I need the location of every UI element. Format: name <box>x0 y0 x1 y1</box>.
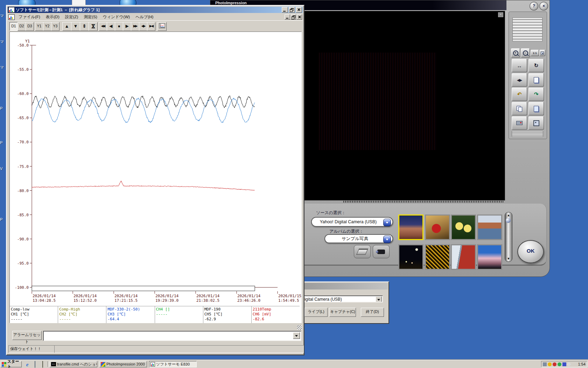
desktop-icon-fragment[interactable]: P <box>0 217 2 222</box>
compress-horizontal-button[interactable]: ▶◀ <box>147 22 155 31</box>
expand-vertical-button[interactable]: ⇕ <box>80 22 89 31</box>
task-photoimpression[interactable]: PhotoImpression 2000 <box>99 361 147 367</box>
menu-help[interactable]: ヘルプ(H) <box>133 14 156 20</box>
toolbar-y2[interactable]: Y2 <box>43 22 51 31</box>
scroll-up-icon[interactable]: ▲ <box>505 213 512 217</box>
tray-ime-icon[interactable] <box>543 362 547 366</box>
task-transfile[interactable]: C:\ transfile.cmd へのショート... <box>50 361 97 367</box>
album-select-dropdown[interactable]: サンプル写真 <box>324 234 393 243</box>
titlebar[interactable]: ソフトサーモ計測－計測1 － [折れ線グラフ 1] <box>8 7 303 13</box>
desktop-icon-fragment[interactable]: マ <box>0 13 4 19</box>
thumbnail[interactable] <box>477 214 502 240</box>
menu-file[interactable]: ファイル(F) <box>16 14 43 20</box>
capture-button[interactable]: キャプチャ(C) <box>329 308 356 317</box>
paste-button[interactable] <box>528 102 544 115</box>
scrollbar-thumb[interactable] <box>506 218 511 223</box>
graph-setup-button[interactable] <box>158 22 167 31</box>
zoom-in-button[interactable]: + <box>511 48 520 57</box>
minimize-button[interactable] <box>282 7 288 13</box>
desktop-icon-fragment[interactable]: P <box>0 141 2 145</box>
live-button[interactable]: ライブ(L) <box>304 308 328 317</box>
desktop-icon-fragment[interactable]: マ <box>0 65 4 70</box>
acquire-camera-button[interactable] <box>373 245 390 258</box>
step-back-button[interactable]: ◀ <box>107 22 115 31</box>
menu-settings[interactable]: 設定(Z) <box>62 14 81 20</box>
ok-button[interactable]: OK <box>517 240 544 263</box>
toolbar-y1[interactable]: Y1 <box>35 22 43 31</box>
close-button[interactable] <box>296 7 302 13</box>
flip-button[interactable]: ◀▶ <box>512 73 527 87</box>
thumbnail[interactable] <box>451 244 476 270</box>
exit-button[interactable]: 終了(D) <box>361 308 384 317</box>
scroll-down-button[interactable]: ▼ <box>71 22 80 31</box>
task-softthermo-active[interactable]: ソフトサーモ E830 <box>149 361 197 367</box>
tray-alert-icon[interactable] <box>553 362 556 366</box>
toolbar-d3[interactable]: D3 <box>26 22 34 31</box>
resize-button[interactable]: ↔ <box>512 59 527 72</box>
print-button[interactable] <box>512 116 527 130</box>
tray-network-icon[interactable] <box>558 362 561 366</box>
alarm-reset-button[interactable]: アラームリセット <box>12 331 42 340</box>
actual-size-button[interactable]: 1:1 <box>531 50 539 56</box>
new-page-button[interactable] <box>528 73 544 87</box>
chevron-down-icon[interactable] <box>383 236 391 243</box>
chevron-down-icon[interactable] <box>376 297 382 302</box>
preview-close-icon[interactable]: × <box>498 12 503 17</box>
chevron-down-icon[interactable] <box>383 219 391 226</box>
mdi-close-button[interactable] <box>296 14 302 20</box>
mdi-restore-button[interactable] <box>290 14 296 20</box>
redo-button[interactable]: ↷ <box>528 88 544 101</box>
message-combobox[interactable] <box>43 331 301 341</box>
thumbnail[interactable] <box>477 244 502 270</box>
toolbar-y3[interactable]: Y3 <box>51 22 59 31</box>
scroll-down-icon[interactable]: ▼ <box>505 257 512 260</box>
menu-window[interactable]: ウィンドウ(W) <box>100 14 133 20</box>
toolbar-d2[interactable]: D2 <box>18 22 26 31</box>
toolbar-d1[interactable]: D1 <box>9 22 18 31</box>
help-button[interactable]: ? <box>530 2 538 11</box>
quicklaunch-ie[interactable]: e <box>24 361 30 367</box>
redo-icon: ↷ <box>534 91 539 97</box>
acquire-scanner-button[interactable] <box>354 245 371 258</box>
step-forward-button[interactable]: ▶ <box>123 22 131 31</box>
thumbnail[interactable] <box>425 214 450 240</box>
source-select-dropdown[interactable]: Yahoo! Digital Camera (USB) <box>311 217 393 227</box>
zoom-out-button[interactable]: − <box>521 48 530 57</box>
chevron-down-icon[interactable] <box>293 332 300 339</box>
fast-rewind-button[interactable]: ◀◀ <box>99 22 107 31</box>
undo-button[interactable]: ↶ <box>512 88 527 101</box>
thumbnail-scrollbar[interactable]: ▲ ▼ <box>505 212 512 262</box>
legend-ch1: Comp-lowCH1 [℃]----- <box>10 306 58 323</box>
close-button[interactable]: × <box>539 2 548 11</box>
svg-text:-60.0: -60.0 <box>17 91 29 96</box>
stop-button[interactable]: ■ <box>115 22 123 31</box>
desktop-icon-fragment[interactable]: V <box>0 166 2 171</box>
mdi-child-icon <box>8 14 15 20</box>
tray-display-icon[interactable] <box>562 362 566 366</box>
scroll-up-button[interactable]: ▲ <box>62 22 71 31</box>
thumbnail-selected[interactable] <box>398 214 424 240</box>
menu-measure[interactable]: 測定(S) <box>81 14 100 20</box>
view-mode-button[interactable] <box>539 50 545 56</box>
tray-status-icon[interactable] <box>548 362 552 366</box>
rotate-button[interactable]: ↻ <box>528 59 544 72</box>
desktop-icon-fragment[interactable]: P <box>0 106 2 110</box>
compress-vertical-button[interactable]: ⋈ <box>89 22 98 31</box>
desktop-icon-fragment[interactable]: マ <box>0 39 4 45</box>
zoom-out-icon: − <box>523 50 528 56</box>
expand-horizontal-button[interactable]: ◀▶ <box>139 22 147 31</box>
tray-utility-icon[interactable] <box>567 362 571 367</box>
thumbnail[interactable] <box>398 244 424 270</box>
restore-button[interactable] <box>289 7 295 13</box>
resize-grip[interactable] <box>297 325 302 330</box>
fast-forward-button[interactable]: ▶▶ <box>131 22 139 31</box>
thumbnail[interactable] <box>425 244 450 270</box>
copy-button[interactable] <box>512 102 527 115</box>
quicklaunch-mail[interactable] <box>32 361 38 367</box>
thumbnail[interactable] <box>451 214 476 240</box>
quicklaunch-desktop[interactable] <box>40 361 46 367</box>
properties-button[interactable] <box>528 116 544 130</box>
start-button[interactable]: スタート <box>1 361 22 367</box>
menu-view[interactable]: 表示(D) <box>43 14 62 20</box>
mdi-minimize-button[interactable] <box>285 14 290 20</box>
